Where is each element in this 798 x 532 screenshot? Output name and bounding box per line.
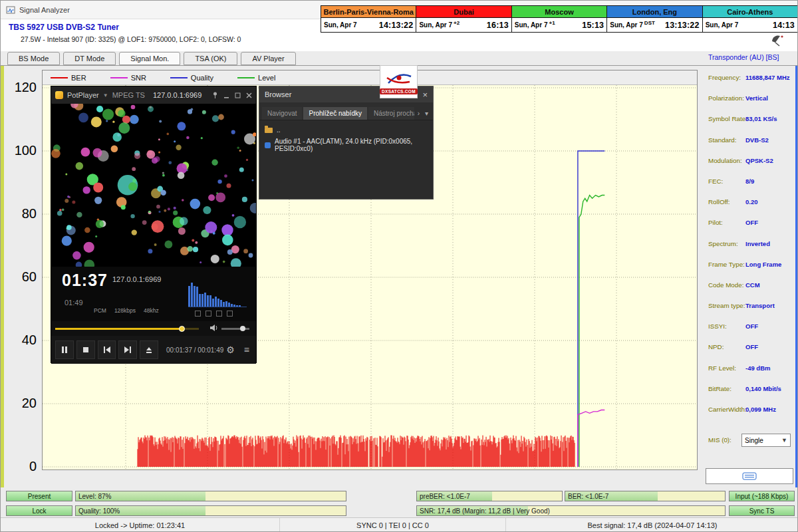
transponder-row-code-mode: Code Mode:CCM — [703, 279, 796, 299]
parameter-label: Frequency: — [708, 74, 741, 81]
parameter-value: OFF — [745, 219, 758, 226]
seek-progress — [55, 328, 182, 330]
transponder-row-rf-level: RF Level:-49 dBm — [703, 362, 796, 382]
minimize-icon[interactable] — [223, 92, 229, 98]
signal-analyzer-window: Signal Analyzer TBS 5927 USB DVB-S2 Tune… — [0, 0, 798, 532]
seek-knob[interactable] — [179, 326, 185, 332]
level-progress-bar: Level: 87% — [75, 491, 346, 501]
potplayer-icon — [55, 91, 63, 99]
tab-signal-mon[interactable]: Signal Mon. — [119, 52, 180, 65]
visualizer-mini-buttons[interactable] — [195, 311, 233, 317]
list-item-audio-track[interactable]: Audio #1 - AAC(LATM), 24.0 kHz (PID:0x00… — [259, 136, 433, 154]
spectrum-bar — [207, 295, 209, 307]
elapsed-time: 01:37 — [62, 271, 108, 290]
tab-bs-mode[interactable]: BS Mode — [7, 52, 60, 65]
audio-icon — [265, 142, 271, 148]
volume-knob[interactable] — [240, 326, 245, 331]
clock-datetime-berlin-paris-vienna-roma: Sun, Apr 714:13:22 — [321, 18, 416, 33]
pin-icon[interactable] — [212, 92, 218, 98]
chevron-right-icon[interactable]: › — [416, 107, 422, 120]
y-axis-label-80: 80 — [6, 206, 37, 221]
eject-button[interactable] — [140, 340, 158, 359]
parameter-label: CarrierWidth: — [708, 406, 747, 413]
statusbar-sync-counters: SYNC 0 | TEI 0 | CC 0 — [280, 518, 506, 532]
panel-inset-box[interactable] — [706, 468, 793, 484]
audio-codec-info: PCM 128kbps 48khz — [94, 307, 159, 314]
previous-button[interactable] — [98, 340, 116, 359]
y-axis-label-20: 20 — [6, 396, 37, 410]
tab-tsa-ok[interactable]: TSA (OK) — [184, 52, 237, 65]
clock-city-row: Berlin-Paris-Vienna-RomaDubaiMoscowLondo… — [321, 5, 798, 18]
speaker-icon[interactable] — [209, 324, 219, 332]
gear-icon[interactable]: ⚙ — [226, 344, 235, 355]
satellite-icon — [769, 33, 785, 47]
parameter-value: 8/9 — [745, 178, 754, 185]
clock-city-berlin-paris-vienna-roma: Berlin-Paris-Vienna-Roma — [321, 5, 416, 18]
parameter-label: Standard: — [708, 136, 736, 144]
parameter-value: -49 dBm — [745, 364, 770, 372]
parameter-label: ISSYI: — [708, 323, 727, 330]
spectrum-bar — [217, 299, 219, 307]
spectrum-bar — [204, 293, 206, 307]
browser-tab-prohl-e-nab-dky[interactable]: Prohlížeč nabídky — [303, 107, 367, 120]
potplayer-titlebar[interactable]: PotPlayer ▼ MPEG TS 127.0.0.1:6969 — [51, 86, 256, 104]
mis-value: Single — [745, 437, 763, 444]
browser-tab-navigovat[interactable]: Navigovat — [262, 107, 302, 120]
left-accent-strip — [1, 66, 4, 487]
potplayer-video[interactable] — [51, 104, 256, 267]
total-time: 01:49 — [65, 299, 83, 307]
legend-swatch-ber — [51, 77, 68, 78]
transponder-parameter-list: Frequency:11688,847 MHzPolarization:Vert… — [703, 71, 796, 424]
close-icon[interactable] — [246, 92, 252, 98]
spectrum-bar — [194, 286, 196, 307]
volume-slider[interactable] — [221, 328, 249, 330]
mini-button[interactable] — [205, 311, 211, 317]
mini-button[interactable] — [195, 311, 201, 317]
quality-label: Quality: 100% — [78, 506, 120, 515]
world-clocks: Berlin-Paris-Vienna-RomaDubaiMoscowLondo… — [321, 5, 798, 33]
app-icon — [6, 5, 15, 15]
stream-type-label: MPEG TS — [112, 91, 145, 99]
app-title: Signal Analyzer — [19, 6, 70, 14]
legend-item-level: Level — [237, 74, 275, 82]
close-icon[interactable]: × — [422, 90, 428, 100]
clock-city-london-eng: London, Eng — [606, 5, 702, 18]
maximize-icon[interactable] — [235, 92, 241, 98]
dxsatcs-logo-text: DXSATCS.COM — [380, 88, 418, 94]
mini-button[interactable] — [227, 311, 233, 317]
codec-label: PCM — [94, 307, 106, 314]
clock-city-dubai: Dubai — [416, 5, 511, 18]
transponder-row-frequency: Frequency:11688,847 MHz — [703, 71, 796, 92]
transponder-row-frame-type: Frame Type:Long Frame — [703, 258, 796, 279]
chevron-down-icon[interactable]: ▾ — [423, 107, 430, 120]
samplerate-label: 48khz — [144, 307, 159, 314]
parameter-label: Code Mode: — [708, 281, 743, 289]
legend-item-snr: SNR — [110, 74, 146, 82]
chart-legend: BERSNRQualityLevel — [43, 70, 697, 85]
y-axis-label-120: 120 — [6, 80, 37, 94]
legend-swatch-quality — [170, 77, 188, 78]
clock-datetime-moscow: Sun, Apr 7+115:13 — [511, 18, 606, 33]
pause-button[interactable] — [55, 340, 74, 359]
chevron-down-icon[interactable]: ▼ — [103, 92, 108, 98]
mini-button[interactable] — [216, 311, 222, 317]
stop-button[interactable] — [76, 340, 95, 359]
next-button[interactable] — [118, 340, 137, 359]
transponder-row-stream-type: Stream type:Transport — [703, 299, 796, 320]
seek-bar[interactable] — [55, 328, 199, 330]
status-badge-lock: Lock — [6, 505, 72, 516]
parameter-value: 83,01 KS/s — [745, 115, 777, 122]
parameter-label: NPD: — [708, 343, 724, 350]
list-item-parent-dir[interactable]: .. — [259, 124, 433, 136]
mis-dropdown[interactable]: Single ▼ — [741, 434, 791, 447]
parameter-value: CCM — [745, 281, 760, 289]
browser-tab-n-stroj-proch-zen-t[interactable]: Nástroj procházení t — [368, 107, 414, 120]
device-details: 27.5W - Intelsat 907 (ID: 3325) @ LOF1: … — [21, 35, 241, 43]
level-label: Level: 87% — [78, 491, 111, 501]
ber-progress-bar: BER: <1.0E-7 — [565, 491, 726, 501]
y-axis-label-40: 40 — [6, 332, 37, 347]
tab-av-player[interactable]: AV Player — [241, 52, 295, 65]
parameter-value: 11688,847 MHz — [745, 74, 790, 81]
tab-dt-mode[interactable]: DT Mode — [63, 52, 116, 65]
menu-icon[interactable]: ≡ — [244, 344, 249, 355]
